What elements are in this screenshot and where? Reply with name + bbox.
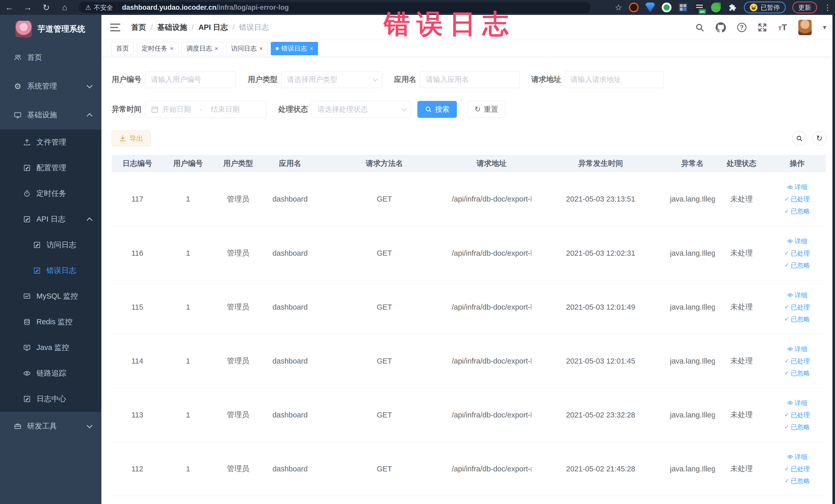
exception-time-range-picker[interactable]: 开始日期 - 结束日期 <box>145 101 266 118</box>
extension-orange-icon[interactable] <box>629 3 639 12</box>
ignored-link-label: 已忽略 <box>791 207 810 216</box>
sidebar-menu-item[interactable]: 研发工具 <box>0 412 101 441</box>
detail-link[interactable]: 详细 <box>787 399 808 407</box>
view-tag[interactable]: 调度日志 × <box>182 42 223 55</box>
tag-close-icon[interactable]: × <box>215 45 218 52</box>
cell-status: 未处理 <box>715 442 768 496</box>
sidebar-menu-item[interactable]: Java 监控 <box>0 335 101 361</box>
mark-processed-link[interactable]: ✓ 已处理 <box>785 303 810 311</box>
breadcrumb-item: 首页 / <box>131 22 153 33</box>
navbar-actions: ? TT ▾ <box>695 20 826 35</box>
extension-leaf-icon[interactable] <box>711 3 721 12</box>
reload-icon[interactable]: ↻ <box>37 3 56 13</box>
sidebar-menu-item[interactable]: Redis 监控 <box>0 309 101 335</box>
security-label[interactable]: 不安全 <box>94 3 113 12</box>
mark-processed-link[interactable]: ✓ 已处理 <box>785 249 810 258</box>
mark-ignored-link[interactable]: ✓ 已忽略 <box>785 315 810 323</box>
view-tag[interactable]: 定时任务 × <box>137 42 178 55</box>
cell-log-id: 117 <box>111 172 163 226</box>
table-header-cell: 用户编号 <box>163 155 213 172</box>
toggle-search-button[interactable] <box>792 131 807 146</box>
detail-link[interactable]: 详细 <box>787 291 808 299</box>
sidebar-menu-item[interactable]: API 日志 <box>0 206 101 232</box>
view-tags-bar: 首页 定时任务 × 调度日志 × 访问日志 <box>101 40 835 57</box>
export-button[interactable]: 导出 <box>111 131 151 146</box>
extension-green-check-icon[interactable] <box>662 3 672 12</box>
tag-close-icon[interactable]: × <box>259 45 263 52</box>
user-avatar[interactable] <box>798 20 812 35</box>
refresh-table-button[interactable]: ↻ <box>812 131 827 146</box>
user-type-label: 用户类型 <box>248 75 278 85</box>
detail-link-label: 详细 <box>795 183 808 191</box>
sidebar-menu-item[interactable]: ⚙ 系统管理 <box>0 72 101 101</box>
mark-ignored-link[interactable]: ✓ 已忽略 <box>785 423 810 431</box>
reset-button[interactable]: ↻ 重置 <box>467 101 505 118</box>
breadcrumb-label[interactable]: 错误日志 <box>239 22 269 33</box>
sidebar-menu-item[interactable]: 日志中心 <box>0 386 101 412</box>
breadcrumb-label[interactable]: 基础设施 <box>157 22 187 33</box>
help-icon[interactable]: ? <box>737 23 747 32</box>
detail-link[interactable]: 详细 <box>787 237 808 245</box>
tag-close-icon[interactable]: × <box>170 45 174 52</box>
mark-ignored-link[interactable]: ✓ 已忽略 <box>785 207 810 216</box>
tag-close-icon[interactable]: × <box>309 45 313 52</box>
extension-grid-icon[interactable] <box>678 3 688 12</box>
page-content: 用户编号 请输入用户编号 用户类型 请选择用户类型 应用名 请输入应用名 请求地… <box>101 57 835 496</box>
breadcrumb-label[interactable]: 首页 <box>131 22 146 33</box>
search-button[interactable]: 搜索 <box>418 101 457 118</box>
github-icon[interactable] <box>716 22 726 33</box>
mark-processed-link[interactable]: ✓ 已处理 <box>785 195 810 203</box>
sidebar-menu-item[interactable]: 定时任务 <box>0 181 101 206</box>
sidebar-menu-item[interactable]: 文件管理 <box>0 129 101 155</box>
home-icon[interactable]: ⌂ <box>56 3 74 12</box>
sidebar-menu-item[interactable]: 访问日志 <box>0 232 101 258</box>
breadcrumb-label[interactable]: API 日志 <box>199 22 228 33</box>
sidebar-menu-item[interactable]: 配置管理 <box>0 155 101 181</box>
view-tag[interactable]: 错误日志 × <box>271 42 318 55</box>
menu-item-label: 研发工具 <box>27 421 57 431</box>
sidebar-collapse-icon[interactable] <box>110 24 120 31</box>
sidebar-menu-item[interactable]: MySQL 监控 <box>0 283 101 309</box>
fullscreen-icon[interactable] <box>758 23 767 32</box>
search-icon[interactable] <box>695 23 704 32</box>
forward-icon[interactable]: → <box>19 3 37 12</box>
browser-update-button[interactable]: 更新 <box>792 2 817 13</box>
menu-item-icon <box>23 318 31 326</box>
sidebar-menu-item[interactable]: 首页 <box>0 43 101 72</box>
check-icon: ✓ <box>785 316 789 322</box>
mark-processed-link[interactable]: ✓ 已处理 <box>785 411 810 419</box>
extension-tampermonkey-icon[interactable]: on <box>695 3 704 12</box>
extensions-puzzle-icon[interactable] <box>728 3 737 12</box>
font-size-icon[interactable]: TT <box>778 22 787 32</box>
extension-shield-icon[interactable] <box>645 3 655 12</box>
mark-ignored-link[interactable]: ✓ 已忽略 <box>785 369 810 378</box>
avatar-caret-icon[interactable]: ▾ <box>823 23 826 31</box>
browser-menu-icon[interactable]: ⋮ <box>824 3 831 12</box>
sidebar-menu-item[interactable]: 链路追踪 <box>0 361 101 386</box>
detail-link[interactable]: 详细 <box>787 183 808 191</box>
process-status-select[interactable]: 请选择处理状态 <box>312 101 411 118</box>
cell-exception-time: 2021-05-02 21:45:28 <box>531 442 670 496</box>
back-icon[interactable]: ← <box>0 3 19 12</box>
detail-link[interactable]: 详细 <box>787 345 808 353</box>
user-type-select[interactable]: 请选择用户类型 <box>281 71 382 88</box>
detail-link[interactable]: 详细 <box>787 452 808 461</box>
bookmark-star-icon[interactable]: ☆ <box>615 3 622 12</box>
scrollbar[interactable] <box>832 15 835 504</box>
request-url-input[interactable]: 请输入请求地址 <box>565 71 664 88</box>
sidebar-menu-item[interactable]: 错误日志 <box>0 258 101 283</box>
mark-ignored-link[interactable]: ✓ 已忽略 <box>785 477 810 485</box>
sidebar-logo[interactable]: 芋道管理系统 <box>0 15 101 43</box>
mark-processed-link[interactable]: ✓ 已处理 <box>785 357 810 365</box>
mark-ignored-link[interactable]: ✓ 已忽略 <box>785 261 810 269</box>
ignored-link-label: 已忽略 <box>791 261 810 269</box>
mark-processed-link[interactable]: ✓ 已处理 <box>785 465 810 473</box>
sidebar-menu-item[interactable]: 基础设施 <box>0 101 101 129</box>
menu-item-label: 首页 <box>27 53 42 63</box>
view-tag[interactable]: 访问日志 × <box>226 42 268 55</box>
view-tag[interactable]: 首页 <box>111 42 134 55</box>
user-id-input[interactable]: 请输入用户编号 <box>145 71 236 88</box>
app-name-input[interactable]: 请输入应用名 <box>420 71 520 88</box>
menu-item-icon <box>13 110 22 119</box>
paused-extension-chip[interactable]: 已暂停 <box>744 2 786 13</box>
